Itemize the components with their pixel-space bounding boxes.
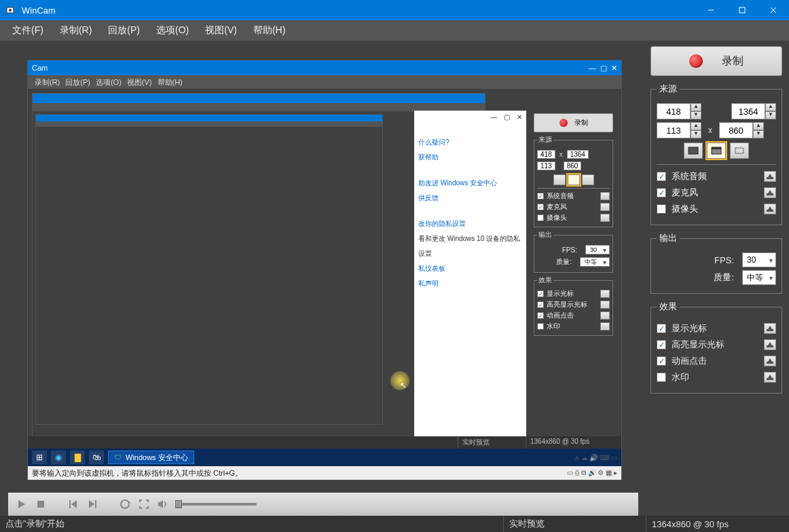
nested-white-panel: —▢✕ 什么疑问? 获帮助 助改进 Windows 安全中心 供反馈 改你的隐私… — [414, 111, 526, 446]
svg-marker-10 — [89, 500, 94, 508]
svg-marker-32 — [768, 375, 772, 378]
svg-rect-3 — [739, 7, 745, 13]
svg-rect-11 — [95, 500, 96, 508]
record-button-label: 录制 — [722, 54, 744, 69]
preview-content: Cam — ▢ ✕ 录制(R) 回放(P) 选项(O) 视图(V) 帮助(H) — [27, 60, 622, 480]
menu-playback[interactable]: 回放(P) — [101, 22, 147, 39]
preview-area: Cam — ▢ ✕ 录制(R) 回放(P) 选项(O) 视图(V) 帮助(H) — [8, 49, 641, 484]
fps-select[interactable]: 30 — [742, 252, 776, 267]
menu-options[interactable]: 选项(O) — [149, 22, 196, 39]
quality-select[interactable]: 中等 — [742, 270, 776, 285]
camera-checkbox[interactable]: 摄像头 — [657, 203, 698, 215]
menubar: 文件(F) 录制(R) 回放(P) 选项(O) 视图(V) 帮助(H) — [0, 20, 789, 41]
highlight-cursor-config-button[interactable] — [764, 339, 776, 350]
menu-view[interactable]: 视图(V) — [198, 22, 244, 39]
highlight-cursor-checkbox[interactable]: ✓高亮显示光标 — [657, 339, 724, 351]
svg-rect-25 — [767, 329, 773, 331]
nested-side-panel: 录制 来源 418x1364 113 860 ✓系统音频 ✓麦克风 摄像头 输出 — [531, 111, 616, 339]
sys-audio-config-button[interactable] — [764, 171, 776, 182]
cursor-icon: ↖ — [400, 381, 407, 390]
nested-close-icon: ✕ — [611, 64, 617, 73]
source-x-input[interactable] — [657, 103, 691, 119]
store-icon: 🛍 — [89, 451, 104, 464]
status-right: 1364x860 @ 30 fps — [646, 516, 789, 532]
svg-marker-20 — [768, 174, 772, 177]
statusbar: 点击"录制"开始 实时预览 1364x860 @ 30 fps — [0, 516, 789, 532]
menu-file[interactable]: 文件(F) — [5, 22, 50, 39]
status-left: 点击"录制"开始 — [0, 516, 504, 532]
nested-titlebar: Cam — ▢ ✕ — [28, 60, 621, 75]
prev-button[interactable] — [67, 497, 80, 511]
source-legend: 来源 — [657, 83, 680, 95]
app-icon — [5, 5, 16, 16]
spin-buttons[interactable]: ▲▼ — [691, 103, 701, 119]
svg-rect-29 — [767, 362, 773, 364]
animate-click-config-button[interactable] — [764, 356, 776, 366]
menu-help[interactable]: 帮助(H) — [246, 22, 292, 39]
svg-marker-24 — [768, 206, 772, 210]
nested-minimize-icon: — — [589, 64, 596, 72]
watermark-config-button[interactable] — [764, 372, 776, 383]
effects-legend: 效果 — [657, 301, 680, 313]
edge-icon: ◉ — [51, 451, 66, 464]
svg-marker-28 — [768, 342, 772, 345]
volume-slider[interactable] — [175, 503, 257, 506]
quality-label: 质量: — [714, 271, 734, 284]
mic-checkbox[interactable]: ✓麦克风 — [657, 187, 698, 199]
svg-marker-30 — [768, 358, 772, 362]
svg-marker-8 — [71, 500, 77, 508]
show-cursor-config-button[interactable] — [764, 323, 776, 334]
fullscreen-button[interactable] — [137, 497, 151, 511]
nested-taskbar: ⊞ ◉ ▇ 🛍 🛡Windows 安全中心 ∧ ☁ 🔊 ⌨ ▭ — [28, 449, 621, 466]
animate-click-checkbox[interactable]: ✓动画点击 — [657, 355, 707, 367]
close-button[interactable] — [758, 0, 789, 20]
svg-rect-15 — [689, 147, 698, 154]
camera-config-button[interactable] — [764, 204, 776, 214]
svg-marker-6 — [18, 500, 25, 508]
svg-marker-14 — [158, 500, 163, 508]
watermark-checkbox[interactable]: 水印 — [657, 371, 689, 383]
svg-point-1 — [9, 9, 12, 12]
mode-region-button[interactable] — [730, 142, 749, 159]
mic-config-button[interactable] — [764, 187, 776, 198]
output-panel: 输出 FPS: 30 质量: 中等 — [650, 232, 782, 294]
volume-button[interactable] — [156, 497, 170, 511]
nested-title: Cam — [32, 64, 48, 72]
nested-menubar: 录制(R) 回放(P) 选项(O) 视图(V) 帮助(H) — [28, 75, 621, 89]
next-button[interactable] — [86, 497, 99, 511]
nested-hintbar: 要将输入定向到该虚拟机，请将鼠标指针移入其中或按 Ctrl+G。 ▭ ⎙ ⧉ 🔊… — [28, 466, 621, 480]
source-h-input[interactable] — [719, 122, 753, 138]
start-icon: ⊞ — [32, 451, 47, 464]
svg-rect-31 — [767, 378, 773, 380]
taskbar-app: 🛡Windows 安全中心 — [108, 451, 194, 464]
source-panel: 来源 ▲▼ ▲▼ ▲▼ x ▲▼ ✓系统音频 ✓麦克风 — [650, 83, 782, 225]
svg-rect-7 — [37, 501, 44, 508]
stop-button[interactable] — [34, 497, 48, 511]
nested-maximize-icon: ▢ — [600, 64, 607, 73]
mode-fullscreen-button[interactable] — [684, 142, 703, 159]
svg-rect-18 — [735, 148, 744, 153]
record-button[interactable]: 录制 — [650, 46, 782, 76]
sys-audio-checkbox[interactable]: ✓系统音频 — [657, 170, 707, 183]
mode-window-button[interactable] — [707, 142, 726, 159]
svg-rect-23 — [767, 210, 773, 212]
titlebar: WinCam — [0, 0, 789, 20]
play-button[interactable] — [15, 497, 29, 511]
svg-marker-22 — [768, 190, 772, 193]
loop-button[interactable] — [118, 497, 132, 511]
maximize-button[interactable] — [727, 0, 758, 20]
record-icon — [689, 54, 703, 68]
source-w-input[interactable] — [731, 103, 765, 119]
svg-rect-19 — [767, 177, 773, 179]
playback-controls — [8, 493, 638, 516]
svg-rect-9 — [69, 500, 71, 508]
menu-record[interactable]: 录制(R) — [53, 22, 98, 39]
show-cursor-checkbox[interactable]: ✓显示光标 — [657, 322, 707, 335]
svg-rect-21 — [767, 193, 773, 195]
svg-marker-26 — [768, 326, 772, 329]
explorer-icon: ▇ — [70, 451, 85, 464]
svg-rect-27 — [767, 345, 773, 347]
minimize-button[interactable] — [695, 0, 727, 20]
source-y-input[interactable] — [657, 122, 691, 138]
svg-rect-17 — [712, 147, 721, 149]
